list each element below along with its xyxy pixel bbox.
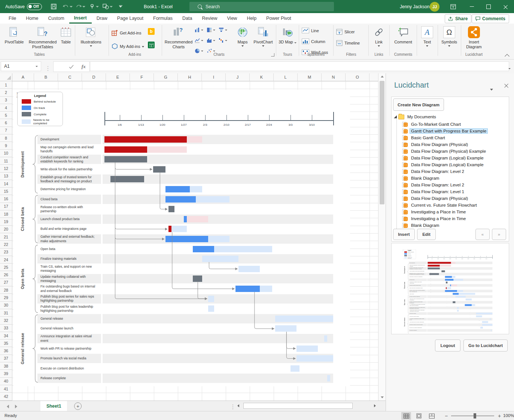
row-header-27[interactable]: 27 — [0, 279, 12, 286]
treemap-chart-icon[interactable] — [207, 27, 215, 33]
save-button[interactable] — [50, 3, 57, 10]
page-break-view-button[interactable] — [427, 412, 437, 420]
histogram-chart-icon[interactable] — [207, 38, 215, 43]
column-header-H[interactable]: H — [178, 73, 202, 81]
column-header-J[interactable]: J — [226, 73, 250, 81]
document-item[interactable]: Go-To-Market Gantt Chart — [402, 121, 462, 128]
document-item[interactable]: Data Flow Diagram (Physical) — [402, 195, 469, 202]
page-layout-view-button[interactable] — [414, 412, 424, 420]
link-button[interactable]: Link — [371, 25, 387, 47]
row-header-1[interactable]: 1 — [0, 81, 12, 89]
formula-controls[interactable]: fx — [53, 61, 90, 72]
row-header-10[interactable]: 10 — [0, 150, 12, 157]
tab-view[interactable]: View — [222, 13, 242, 24]
recommended-charts-button[interactable]: ? Recommended Charts — [165, 25, 192, 49]
row-header-8[interactable]: 8 — [0, 134, 12, 142]
column-header-M[interactable]: M — [298, 73, 322, 81]
row-header-28[interactable]: 28 — [0, 286, 12, 294]
tab-insert[interactable]: Insert — [69, 13, 92, 24]
row-header-20[interactable]: 20 — [0, 226, 12, 233]
document-item[interactable]: Investigating a Place in Time — [402, 209, 467, 215]
green-addin-button[interactable] — [148, 42, 155, 48]
close-button[interactable] — [498, 0, 514, 13]
row-header-11[interactable]: 11 — [0, 157, 12, 165]
waterfall-chart-icon[interactable] — [219, 38, 227, 43]
column-header-D[interactable]: D — [82, 73, 106, 81]
sparkline-column-button[interactable]: Column — [302, 39, 325, 44]
edit-button[interactable]: Edit — [417, 229, 436, 240]
row-header-40[interactable]: 40 — [0, 378, 12, 385]
document-item[interactable]: Basic Gantt Chart — [402, 134, 447, 141]
document-item[interactable]: Data Flow Diagram: Level 2 — [402, 182, 466, 188]
row-header-19[interactable]: 19 — [0, 218, 12, 225]
bar-chart-icon[interactable] — [219, 27, 227, 33]
document-item[interactable]: Gantt Chart with Progress Bar Example — [402, 128, 488, 134]
search-input[interactable]: Search — [189, 2, 334, 11]
document-item[interactable]: Data Flow Diagram (Logical) Example — [402, 155, 485, 161]
maps-button[interactable]: Maps — [235, 25, 250, 47]
row-header-41[interactable]: 41 — [0, 385, 12, 393]
row-header-12[interactable]: 12 — [0, 165, 12, 172]
timeline-button[interactable]: Timeline — [336, 40, 360, 46]
document-item[interactable]: Data Flow Diagram (Logical) Example — [402, 161, 485, 168]
column-header-I[interactable]: I — [202, 73, 226, 81]
undo-button[interactable] — [62, 3, 70, 10]
normal-view-button[interactable] — [401, 412, 411, 420]
avatar[interactable]: JJ — [430, 0, 440, 13]
horizontal-scroll-thumb[interactable] — [243, 403, 353, 409]
document-item[interactable]: Investigating a Place in Time — [402, 215, 467, 222]
row-header-24[interactable]: 24 — [0, 256, 12, 264]
formula-input[interactable] — [90, 61, 509, 71]
document-item[interactable]: Blank Diagram — [402, 222, 441, 228]
row-header-6[interactable]: 6 — [0, 119, 12, 127]
share-button[interactable]: Share — [445, 14, 471, 23]
maximize-button[interactable] — [480, 0, 497, 13]
tab-formulas[interactable]: Formulas — [148, 13, 177, 24]
redo-button[interactable] — [75, 3, 82, 10]
row-header-13[interactable]: 13 — [0, 173, 12, 180]
row-header-29[interactable]: 29 — [0, 294, 12, 301]
column-header-L[interactable]: L — [274, 73, 298, 81]
comments-button[interactable]: Comments — [472, 14, 509, 23]
row-header-31[interactable]: 31 — [0, 309, 12, 317]
tab-file[interactable]: File — [4, 13, 21, 24]
row-header-38[interactable]: 38 — [0, 362, 12, 370]
row-header-4[interactable]: 4 — [0, 104, 12, 112]
next-sheet-icon[interactable] — [15, 405, 17, 408]
row-header-9[interactable]: 9 — [0, 142, 12, 149]
row-header-36[interactable]: 36 — [0, 347, 12, 355]
pivotchart-button[interactable]: PivotChart — [252, 25, 274, 47]
zoom-level[interactable]: 100% — [503, 413, 514, 418]
minimize-button[interactable] — [463, 0, 480, 13]
column-header-N[interactable]: N — [322, 73, 346, 81]
autosave-toggle[interactable]: AutoSave Off — [5, 0, 42, 13]
zoom-slider[interactable] — [451, 416, 494, 416]
select-all-corner[interactable] — [0, 73, 12, 81]
row-header-42[interactable]: 42 — [0, 393, 12, 400]
row-header-18[interactable]: 18 — [0, 210, 12, 218]
document-item[interactable]: Blank Diagram — [402, 175, 441, 182]
user-name[interactable]: Jenny Jackson — [400, 0, 429, 13]
customize-qat-button[interactable] — [117, 3, 124, 10]
row-header-22[interactable]: 22 — [0, 241, 12, 248]
column-header-B[interactable]: B — [34, 73, 58, 81]
tab-data[interactable]: Data — [177, 13, 197, 24]
row-header-17[interactable]: 17 — [0, 203, 12, 210]
row-header-32[interactable]: 32 — [0, 317, 12, 324]
document-item[interactable]: Data Flow Diagram (Physical) Example — [402, 148, 487, 155]
collapse-ribbon-button[interactable] — [505, 53, 509, 60]
row-header-5[interactable]: 5 — [0, 112, 12, 119]
text-button[interactable]: A Text — [419, 25, 436, 47]
shapes-button[interactable] — [102, 3, 109, 10]
document-item[interactable]: Data Flow Diagram: Level 2 — [402, 168, 466, 175]
goto-lucidchart-button[interactable]: Go to Lucidchart — [463, 340, 508, 351]
prev-page-button[interactable]: « — [475, 229, 490, 240]
sheet-tab-sheet1[interactable]: Sheet1 — [40, 401, 67, 412]
slicer-button[interactable]: Slicer — [336, 29, 355, 35]
get-addins-button[interactable]: Get Add-ins — [112, 30, 141, 36]
zoom-in-button[interactable]: + — [498, 413, 501, 419]
my-addins-button[interactable]: My Add-ins — [112, 43, 144, 49]
row-header-35[interactable]: 35 — [0, 340, 12, 347]
row-header-15[interactable]: 15 — [0, 188, 12, 195]
row-header-14[interactable]: 14 — [0, 180, 12, 188]
